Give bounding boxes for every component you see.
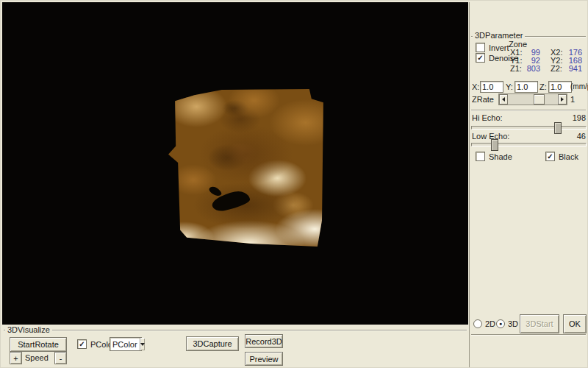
ok-button[interactable]: OK — [563, 314, 587, 333]
start-rotate-button[interactable]: StartRotate — [10, 337, 67, 352]
checkbox-icon — [476, 43, 485, 52]
pcolor-dropdown-value: PColor — [110, 340, 140, 349]
scale-x-label: X: — [472, 82, 479, 91]
scale-unit-label: (mm/p) — [570, 82, 588, 91]
zone-z2-label: Z2: — [551, 64, 562, 73]
parameter-panel: 3DParameter Invert ✓ Denoise Zone X1: 99… — [469, 2, 587, 367]
checkbox-icon — [476, 152, 485, 161]
invert-label: Invert — [489, 43, 509, 52]
visualize-panel: 3DVisualize StartRotate + Speed - ✓ PCol… — [2, 325, 469, 367]
group-label-3dvisualize: 3DVisualize — [5, 325, 52, 334]
scale-y-label: Y: — [506, 82, 513, 91]
low-echo-slider[interactable] — [471, 143, 587, 146]
preview-button[interactable]: Preview — [245, 352, 283, 366]
radio-icon — [473, 319, 482, 328]
checkbox-icon: ✓ — [476, 53, 485, 63]
speed-minus-button[interactable]: - — [54, 352, 67, 364]
invert-checkbox[interactable]: Invert — [476, 43, 509, 52]
hi-echo-label: Hi Echo: — [472, 113, 503, 122]
black-label: Black — [559, 152, 578, 161]
zrate-scrollbar[interactable] — [498, 93, 567, 105]
3d-ultrasound-render[interactable] — [168, 88, 324, 247]
3dcapture-button[interactable]: 3DCapture — [186, 336, 239, 351]
scale-z-label: Z: — [539, 82, 547, 91]
mode-3d-label: 3D — [508, 319, 518, 328]
low-echo-slider-thumb[interactable] — [491, 139, 498, 151]
separator-line — [471, 334, 586, 335]
zone-z1-value: 803 — [524, 64, 540, 73]
shade-checkbox[interactable]: Shade — [476, 152, 512, 161]
app-window: 3DParameter Invert ✓ Denoise Zone X1: 99… — [0, 0, 588, 368]
zrate-right-arrow-button[interactable] — [558, 94, 567, 105]
scale-x-input[interactable]: 1.0 — [480, 81, 503, 93]
checkbox-icon: ✓ — [77, 339, 87, 349]
speed-plus-button[interactable]: + — [10, 352, 22, 364]
record3d-button[interactable]: Record3D — [245, 334, 283, 348]
pcolor-dropdown[interactable]: PColor — [110, 337, 142, 351]
scale-y-input[interactable]: 1.0 — [514, 81, 538, 93]
radio-icon: ● — [496, 319, 505, 328]
zrate-label: ZRate — [472, 95, 494, 104]
black-checkbox[interactable]: ✓ Black — [545, 152, 578, 161]
zrate-left-arrow-button[interactable] — [499, 94, 508, 105]
hi-echo-value: 198 — [571, 113, 586, 122]
checkbox-icon: ✓ — [545, 152, 555, 161]
hi-echo-slider[interactable] — [471, 126, 587, 130]
separator-line — [471, 110, 586, 110]
arrow-left-icon — [500, 97, 505, 102]
arrow-right-icon — [561, 97, 566, 102]
hi-echo-slider-thumb[interactable] — [554, 122, 562, 134]
mode-3d-radio[interactable]: ● 3D — [496, 319, 518, 328]
mode-2d-label: 2D — [485, 319, 495, 328]
low-echo-value: 46 — [571, 132, 586, 141]
3d-viewport — [2, 2, 468, 325]
speed-label: Speed — [25, 353, 49, 362]
mode-2d-radio[interactable]: 2D — [473, 319, 495, 328]
3dstart-button[interactable]: 3DStart — [520, 314, 559, 333]
zrate-thumb[interactable] — [534, 94, 545, 105]
zrate-value: 1 — [570, 95, 575, 104]
shade-label: Shade — [489, 152, 512, 161]
chevron-down-icon — [140, 343, 145, 348]
scale-z-input[interactable]: 1.0 — [548, 81, 572, 93]
dropdown-arrow-button[interactable] — [140, 338, 145, 350]
zone-z1-label: Z1: — [510, 64, 522, 73]
group-label-3dparameter: 3DParameter — [473, 31, 525, 40]
groupbox-top-edge — [4, 330, 467, 330]
zone-z2-value: 941 — [566, 64, 582, 73]
